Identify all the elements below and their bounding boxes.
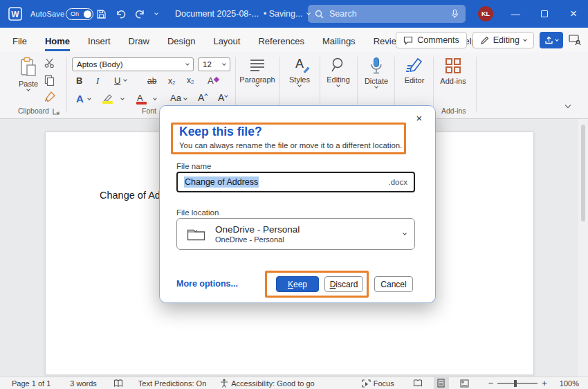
addins-group-label: Add-ins [441, 107, 466, 115]
tab-insert[interactable]: Insert [88, 30, 111, 51]
minimize-button[interactable]: — [504, 0, 527, 28]
vertical-scrollbar[interactable] [578, 119, 588, 377]
clear-formatting-button[interactable]: A [208, 75, 219, 86]
font-size-select[interactable]: 12 [198, 57, 230, 71]
web-layout-button[interactable] [457, 377, 472, 389]
proofing-status[interactable] [111, 377, 125, 389]
tab-layout[interactable]: Layout [213, 30, 240, 51]
tab-file[interactable]: File [12, 30, 27, 51]
shrink-font-letter: A [218, 92, 224, 103]
keep-button[interactable]: Keep [276, 276, 319, 292]
font-name-select[interactable]: Aptos (Body) [72, 57, 194, 71]
focus-mode-button[interactable]: Focus [360, 377, 396, 389]
superscript-button[interactable]: x2 [187, 75, 194, 85]
underline-button[interactable]: U [114, 75, 120, 86]
tab-home[interactable]: Home [45, 30, 70, 51]
close-window-button[interactable]: × [562, 0, 585, 28]
quick-access-dropdown[interactable] [155, 0, 158, 28]
grow-font-button[interactable]: A [198, 92, 208, 103]
word-count[interactable]: 3 words [68, 377, 99, 389]
maximize-icon [541, 10, 548, 17]
italic-button[interactable]: I [96, 75, 99, 87]
styles-menu-button[interactable]: A Styles [281, 57, 318, 87]
font-name-value: Aptos (Body) [77, 60, 122, 69]
tab-references[interactable]: References [258, 30, 304, 51]
autosave-toggle[interactable]: On [66, 0, 93, 28]
dialog-title: Keep this file? [179, 125, 262, 139]
page-count[interactable]: Page 1 of 1 [10, 377, 53, 389]
zoom-slider-thumb[interactable] [514, 380, 517, 387]
print-layout-button[interactable] [434, 377, 449, 389]
editor-button[interactable]: Editor [396, 57, 433, 84]
paragraph-menu-button[interactable]: Paragraph [239, 57, 276, 87]
highlight-color-button[interactable] [102, 92, 113, 105]
tab-design[interactable]: Design [167, 30, 195, 51]
tab-draw[interactable]: Draw [129, 30, 149, 51]
save-icon [96, 9, 107, 19]
editor-label: Editor [405, 76, 425, 84]
font-color-button[interactable]: A [137, 91, 143, 104]
strikethrough-button[interactable]: ab [147, 76, 156, 86]
text-predictions-status[interactable]: Text Predictions: On [136, 377, 208, 389]
file-location-dropdown[interactable]: OneDrive - Personal OneDrive - Personal [176, 218, 415, 250]
dictate-search-mic-icon[interactable] [451, 9, 459, 19]
share-button[interactable] [540, 32, 563, 48]
addins-button[interactable]: Add-ins [434, 57, 472, 85]
keep-initial: K [288, 280, 293, 289]
clipboard-group-label: Clipboard [18, 107, 49, 115]
dialog-close-button[interactable]: × [412, 110, 427, 125]
collapse-ribbon-chevron-icon[interactable] [565, 102, 571, 108]
discard-button[interactable]: Discard [324, 276, 363, 292]
editing-mode-button[interactable]: Editing [472, 32, 534, 48]
bold-button[interactable]: B [76, 75, 82, 86]
zoom-out-button[interactable]: − [486, 377, 496, 389]
search-input[interactable] [329, 9, 451, 19]
tab-mailings[interactable]: Mailings [322, 30, 356, 51]
paste-clipboard-icon [19, 57, 38, 78]
format-painter-icon [44, 91, 55, 102]
change-case-chevron-icon[interactable] [183, 96, 187, 100]
user-avatar[interactable]: KL [478, 6, 493, 21]
file-name-input[interactable]: Change of Address .docx [176, 172, 415, 192]
underline-chevron-icon[interactable] [123, 78, 127, 82]
shrink-font-button[interactable]: A [218, 92, 228, 103]
styles-icon: A [295, 57, 304, 73]
editing-menu-button[interactable]: Editing [320, 57, 357, 87]
save-button[interactable] [96, 0, 107, 28]
change-case-button[interactable]: Aa [170, 93, 181, 103]
document-title[interactable]: Document 2025-08-... • Saving... [175, 0, 310, 28]
maximize-button[interactable] [533, 0, 556, 28]
cut-button[interactable] [44, 58, 55, 71]
comments-button[interactable]: Comments [396, 32, 466, 48]
dialog-subtitle: You can always rename the file or move i… [179, 141, 402, 150]
grow-font-letter: A [198, 92, 204, 103]
highlight-chevron-icon[interactable] [120, 96, 125, 100]
zoom-slider[interactable] [495, 377, 540, 389]
dictate-button[interactable]: Dictate [358, 57, 395, 88]
cancel-button[interactable]: Cancel [374, 276, 413, 292]
document-title-text: Document 2025-08-... [175, 9, 259, 19]
zoom-in-button[interactable]: + [540, 377, 549, 389]
word-app-icon[interactable]: W [8, 0, 23, 28]
read-mode-button[interactable] [410, 377, 425, 389]
copy-button[interactable] [44, 75, 55, 89]
redo-button[interactable] [135, 0, 146, 28]
more-options-link[interactable]: More options... [176, 279, 238, 289]
accessibility-status[interactable]: Accessibility: Good to go [218, 377, 316, 389]
format-painter-button[interactable] [44, 91, 55, 105]
dialog-close-icon: × [416, 112, 423, 124]
paste-button[interactable]: Paste [10, 57, 47, 91]
word-window: W AutoSave On Document 2025-08-... • Sav… [0, 0, 588, 389]
scrollbar-thumb[interactable] [581, 125, 585, 221]
font-color-chevron-icon[interactable] [153, 96, 157, 100]
presenter-icon[interactable] [569, 35, 581, 46]
subscript-button[interactable]: x2 [168, 76, 175, 86]
search-bar[interactable] [308, 5, 466, 23]
text-effects-button[interactable]: A [76, 93, 84, 105]
text-effects-chevron-icon[interactable] [87, 96, 91, 100]
clipboard-dialog-launcher-icon[interactable] [53, 108, 59, 115]
undo-button[interactable] [115, 0, 126, 28]
zoom-level[interactable]: 100% [558, 377, 581, 389]
minimize-icon: — [511, 9, 520, 19]
file-name-selected-text: Change of Address [184, 177, 259, 188]
